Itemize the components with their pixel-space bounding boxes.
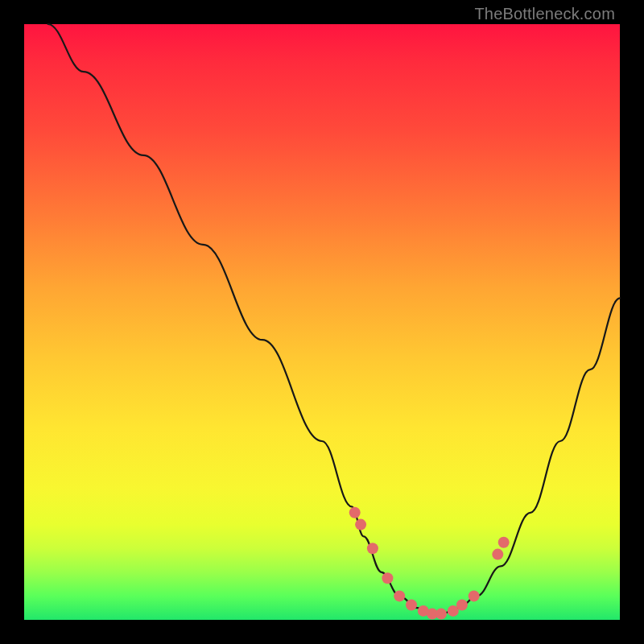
bottleneck-curve [48,24,620,614]
plot-area [24,24,620,620]
highlight-dot [349,507,361,518]
highlight-dot [406,600,417,611]
watermark-text: TheBottleneck.com [474,5,615,23]
chart-svg [24,24,620,620]
chart-frame: TheBottleneck.com [0,0,644,644]
highlight-dot [492,549,503,560]
highlight-dot [456,600,468,611]
highlight-dot [498,537,510,548]
highlight-dot [394,590,405,601]
highlight-dot [469,590,480,601]
highlight-dots-group [349,507,510,620]
highlight-dot [355,519,366,530]
highlight-dot [382,572,393,584]
highlight-dot [367,543,378,554]
highlight-dot [436,609,447,620]
